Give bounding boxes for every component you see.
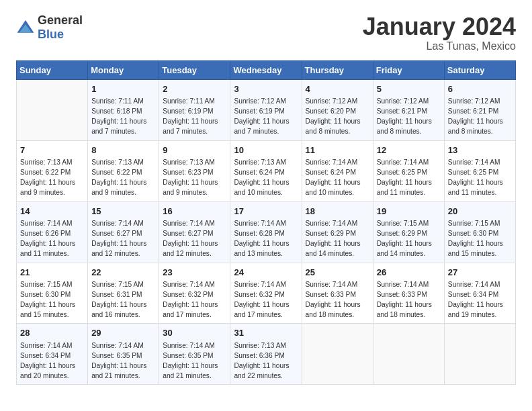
day-info: and 21 minutes. (91, 371, 155, 381)
day-info: and 11 minutes. (20, 249, 84, 259)
day-info: and 9 minutes. (91, 188, 155, 198)
day-info: Sunset: 6:25 PM (377, 168, 441, 178)
day-info: Daylight: 11 hours (448, 117, 512, 127)
calendar-cell: 31Sunrise: 7:13 AMSunset: 6:36 PMDayligh… (230, 324, 302, 385)
day-number: 10 (234, 144, 298, 157)
day-info: Daylight: 11 hours (163, 178, 226, 188)
day-info: Sunset: 6:18 PM (91, 107, 155, 117)
day-info: Daylight: 11 hours (20, 361, 84, 371)
day-info: Sunset: 6:21 PM (448, 107, 512, 117)
calendar-cell: 13Sunrise: 7:14 AMSunset: 6:25 PMDayligh… (444, 140, 515, 201)
day-info: and 14 minutes. (377, 249, 441, 259)
day-info: and 15 minutes. (20, 310, 84, 320)
calendar-cell: 27Sunrise: 7:14 AMSunset: 6:34 PMDayligh… (444, 263, 515, 324)
logo-text-blue: Blue (38, 28, 64, 41)
day-info: Daylight: 11 hours (306, 117, 369, 127)
day-info: Daylight: 11 hours (306, 239, 369, 249)
day-number: 12 (377, 144, 441, 157)
day-info: Sunrise: 7:15 AM (448, 219, 512, 229)
day-info: Sunrise: 7:14 AM (377, 158, 441, 168)
day-number: 1 (91, 83, 155, 96)
column-header-monday: Monday (88, 60, 159, 79)
day-info: Sunset: 6:25 PM (448, 168, 512, 178)
day-info: Sunset: 6:22 PM (20, 168, 84, 178)
day-info: Sunrise: 7:14 AM (91, 341, 155, 351)
day-info: Sunset: 6:28 PM (234, 229, 298, 239)
location-subtitle: Las Tunas, Mexico (363, 40, 516, 52)
calendar-table: SundayMondayTuesdayWednesdayThursdayFrid… (16, 60, 516, 385)
calendar-week-row: 21Sunrise: 7:15 AMSunset: 6:30 PMDayligh… (17, 263, 516, 324)
day-info: Sunrise: 7:14 AM (448, 280, 512, 290)
calendar-cell: 23Sunrise: 7:14 AMSunset: 6:32 PMDayligh… (159, 263, 230, 324)
day-info: and 7 minutes. (91, 127, 155, 137)
day-number: 28 (20, 327, 84, 340)
calendar-cell: 15Sunrise: 7:14 AMSunset: 6:27 PMDayligh… (88, 201, 159, 263)
day-number: 31 (234, 327, 298, 340)
day-info: Sunset: 6:31 PM (91, 290, 155, 300)
logo-icon (16, 18, 35, 37)
day-number: 13 (448, 144, 512, 157)
column-header-wednesday: Wednesday (230, 60, 302, 79)
day-info: Sunset: 6:22 PM (91, 168, 155, 178)
day-info: and 19 minutes. (448, 310, 512, 320)
calendar-cell: 8Sunrise: 7:13 AMSunset: 6:22 PMDaylight… (88, 140, 159, 201)
calendar-cell: 26Sunrise: 7:14 AMSunset: 6:33 PMDayligh… (373, 263, 444, 324)
day-info: and 14 minutes. (306, 249, 369, 259)
calendar-cell: 10Sunrise: 7:13 AMSunset: 6:24 PMDayligh… (230, 140, 302, 201)
column-header-sunday: Sunday (17, 60, 88, 79)
title-area: January 2024 Las Tunas, Mexico (363, 13, 516, 52)
day-number: 17 (234, 205, 298, 218)
day-info: Daylight: 11 hours (20, 300, 84, 310)
day-number: 20 (448, 205, 512, 218)
day-info: Sunset: 6:19 PM (163, 107, 226, 117)
calendar-cell: 12Sunrise: 7:14 AMSunset: 6:25 PMDayligh… (373, 140, 444, 201)
day-info: Sunset: 6:32 PM (234, 290, 298, 300)
day-info: Sunset: 6:30 PM (448, 229, 512, 239)
day-info: Sunrise: 7:13 AM (234, 341, 298, 351)
day-number: 11 (306, 144, 369, 157)
day-info: Sunrise: 7:14 AM (234, 280, 298, 290)
logo-text-general: General (38, 13, 83, 27)
day-number: 30 (163, 327, 226, 340)
day-number: 5 (377, 83, 441, 96)
day-number: 9 (163, 144, 226, 157)
day-info: Daylight: 11 hours (306, 300, 369, 310)
day-info: Sunrise: 7:14 AM (234, 219, 298, 229)
column-header-tuesday: Tuesday (159, 60, 230, 79)
day-info: and 20 minutes. (20, 371, 84, 381)
day-number: 3 (234, 83, 298, 96)
calendar-cell (373, 324, 444, 385)
day-info: Daylight: 11 hours (91, 239, 155, 249)
day-info: Sunrise: 7:12 AM (448, 97, 512, 107)
day-info: Sunset: 6:29 PM (306, 229, 369, 239)
calendar-cell: 7Sunrise: 7:13 AMSunset: 6:22 PMDaylight… (17, 140, 88, 201)
calendar-cell: 25Sunrise: 7:14 AMSunset: 6:33 PMDayligh… (302, 263, 373, 324)
calendar-cell: 22Sunrise: 7:15 AMSunset: 6:31 PMDayligh… (88, 263, 159, 324)
day-number: 4 (306, 83, 369, 96)
day-info: Sunrise: 7:14 AM (163, 280, 226, 290)
calendar-cell: 6Sunrise: 7:12 AMSunset: 6:21 PMDaylight… (444, 79, 515, 140)
day-info: Sunset: 6:29 PM (377, 229, 441, 239)
day-number: 23 (163, 267, 226, 279)
day-info: Sunset: 6:36 PM (234, 351, 298, 361)
day-info: Sunset: 6:33 PM (306, 290, 369, 300)
day-info: Sunset: 6:35 PM (163, 351, 226, 361)
day-info: Daylight: 11 hours (234, 178, 298, 188)
logo: General Blue (16, 13, 83, 42)
calendar-cell: 16Sunrise: 7:14 AMSunset: 6:27 PMDayligh… (159, 201, 230, 263)
day-info: and 21 minutes. (163, 371, 226, 381)
calendar-week-row: 28Sunrise: 7:14 AMSunset: 6:34 PMDayligh… (17, 324, 516, 385)
day-info: Sunrise: 7:14 AM (91, 219, 155, 229)
day-info: Sunrise: 7:14 AM (163, 219, 226, 229)
calendar-cell: 29Sunrise: 7:14 AMSunset: 6:35 PMDayligh… (88, 324, 159, 385)
month-title: January 2024 (363, 13, 516, 40)
day-number: 14 (20, 205, 84, 218)
day-info: and 12 minutes. (163, 249, 226, 259)
day-info: Daylight: 11 hours (91, 300, 155, 310)
day-info: Sunset: 6:27 PM (163, 229, 226, 239)
day-info: Daylight: 11 hours (377, 117, 441, 127)
day-info: Sunrise: 7:12 AM (306, 97, 369, 107)
day-number: 18 (306, 205, 369, 218)
column-header-thursday: Thursday (302, 60, 373, 79)
day-info: Sunrise: 7:14 AM (306, 219, 369, 229)
